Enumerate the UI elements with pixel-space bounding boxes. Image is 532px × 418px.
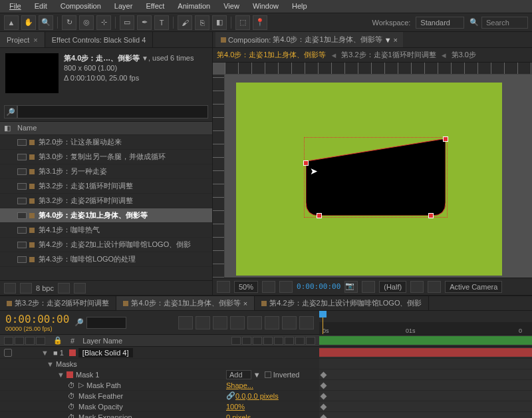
project-item[interactable]: 第4.1步：咖啡热气 [0, 223, 212, 238]
search-icon[interactable]: 🔎 [74, 318, 84, 327]
menu-effect[interactable]: Effect [139, 0, 171, 13]
rectangle-tool[interactable]: ▭ [120, 15, 134, 30]
menu-file[interactable]: File [3, 0, 28, 13]
zoom-select[interactable]: 50% [234, 281, 258, 293]
menu-window[interactable]: Window [246, 0, 285, 13]
stopwatch-icon[interactable]: ⏱ [68, 403, 76, 411]
layer-color[interactable] [69, 349, 76, 356]
flowchart-breadcrumb[interactable]: 第4.0步：走姿1加上身体、倒影等 ◄ 第3.2步：走姿1循环时间调整 ◄ 第3… [213, 48, 532, 63]
brainstorm-button[interactable] [265, 316, 279, 329]
vertex-handle[interactable] [317, 213, 322, 218]
project-item[interactable]: 第3.1步：另一种走姿 [0, 164, 212, 179]
draft-3d-button[interactable] [196, 316, 210, 329]
layer-duration-bar[interactable] [319, 348, 532, 357]
selection-tool[interactable]: ▲ [4, 15, 19, 30]
new-comp-button[interactable] [58, 283, 70, 294]
camera-tool[interactable]: ◎ [79, 15, 94, 30]
current-time-display[interactable]: 0:00:00:00 [5, 313, 69, 325]
search-input[interactable]: Search [481, 17, 528, 29]
av-features-columns[interactable] [4, 337, 45, 345]
magnification-icon[interactable] [217, 281, 230, 293]
keyframe-icon[interactable] [321, 372, 327, 379]
project-list[interactable]: 第2.0步：让这条腿动起来第3.0步：复制出另一条腿，并做成循环第3.1步：另一… [0, 135, 212, 280]
zoom-tool[interactable]: 🔍 [39, 15, 53, 30]
new-folder-button[interactable] [20, 283, 32, 294]
project-item[interactable]: 第3.2步：走姿2循环时间调整 [0, 194, 212, 208]
search-icon[interactable]: 🔍 [469, 18, 479, 27]
project-item[interactable]: 第3.2步：走姿1循环时间调整 [0, 179, 212, 194]
mask-path-value[interactable]: Shape... [226, 381, 253, 389]
keyframe-icon[interactable] [321, 415, 327, 418]
resolution-select[interactable]: (Half) [379, 281, 406, 293]
close-icon[interactable]: × [243, 300, 247, 308]
project-item[interactable]: 第3.0步：复制出另一条腿，并做成循环 [0, 150, 212, 164]
menu-view[interactable]: View [217, 0, 246, 13]
switches-columns[interactable] [231, 337, 315, 345]
playhead[interactable] [323, 311, 323, 334]
graph-editor-button[interactable] [299, 316, 314, 329]
menu-edit[interactable]: Edit [28, 0, 54, 13]
text-tool[interactable]: T [154, 15, 169, 30]
project-search-input[interactable] [17, 105, 208, 118]
mask-mode-select[interactable]: Add [226, 370, 251, 379]
keyframe-icon[interactable] [321, 393, 327, 400]
mask-feather-value[interactable]: 0.0,0.0 pixels [235, 392, 279, 400]
shy-button[interactable] [213, 316, 227, 329]
roi-button[interactable] [410, 281, 424, 293]
stopwatch-icon[interactable]: ⏱ [68, 392, 76, 400]
vertex-handle[interactable] [303, 160, 309, 166]
mask-expansion-value[interactable]: 0 pixels [226, 413, 251, 419]
time-ruler[interactable]: 0s 01s 0 [319, 311, 532, 334]
channel-button[interactable] [362, 281, 375, 293]
bpc-toggle[interactable]: 8 bpc [36, 284, 54, 292]
project-item[interactable]: 第2.0步：让这条腿动起来 [0, 135, 212, 150]
current-time[interactable]: 0:00:00:00 [297, 282, 340, 291]
keyframe-icon[interactable] [321, 404, 327, 411]
tab-project[interactable]: Project× [0, 32, 45, 47]
roto-tool[interactable]: ⬚ [235, 15, 250, 30]
project-item[interactable]: 第4.0步：走姿1加上身体、倒影等 [0, 208, 212, 223]
stopwatch-icon[interactable]: ⏱ [68, 381, 76, 389]
twirl-icon[interactable]: ▼ [47, 360, 53, 368]
menu-layer[interactable]: Layer [108, 0, 140, 13]
menu-help[interactable]: Help [285, 0, 314, 13]
snapshot-button[interactable]: 📷 [344, 281, 358, 293]
pen-tool[interactable]: ✒ [137, 15, 152, 30]
timeline-tab[interactable]: 第4.2步：走姿2加上设计师咖啡馆LOGO、倒影 [255, 296, 429, 310]
inverted-checkbox[interactable] [265, 371, 271, 378]
menu-animation[interactable]: Animation [171, 0, 217, 13]
interpret-footage-button[interactable] [4, 283, 16, 294]
type-column-icon[interactable]: ◧ [4, 124, 17, 132]
name-column[interactable]: Name [17, 124, 37, 132]
mask-opacity-value[interactable]: 100% [226, 403, 245, 411]
frame-blend-button[interactable] [230, 316, 245, 329]
brush-tool[interactable]: 🖌 [178, 15, 192, 30]
auto-keyframe-button[interactable] [282, 316, 297, 329]
vertex-handle[interactable] [428, 213, 434, 218]
mask-color-icon[interactable] [66, 371, 73, 378]
delete-button[interactable] [74, 283, 86, 294]
hand-tool[interactable]: ✋ [21, 15, 36, 30]
mask-shape[interactable]: ➤ [306, 139, 446, 216]
layer-search-input[interactable] [86, 317, 126, 329]
mask-name[interactable]: Mask 1 [76, 371, 99, 379]
grid-button[interactable] [262, 281, 275, 293]
stopwatch-icon[interactable]: ⏱ [68, 413, 76, 419]
project-item[interactable]: 第4.2步：走姿2加上设计师咖啡馆LOGO、倒影 [0, 238, 212, 252]
layer-name[interactable]: [Black Solid 4] [78, 348, 133, 357]
pan-behind-tool[interactable]: ⊹ [96, 15, 111, 30]
twirl-icon[interactable]: ▼ [41, 349, 48, 357]
close-icon[interactable]: × [33, 36, 37, 44]
keyframe-icon[interactable] [321, 383, 327, 389]
vertex-handle[interactable] [443, 136, 448, 142]
twirl-icon[interactable]: ▼ [57, 371, 64, 379]
motion-blur-button[interactable] [247, 316, 262, 329]
close-icon[interactable]: × [394, 36, 398, 44]
mask-toggle-button[interactable] [279, 281, 293, 293]
composition-canvas[interactable]: ➤ [236, 83, 502, 276]
project-item[interactable]: 第4.3步：咖啡馆LOGO的处理 [0, 252, 212, 267]
puppet-tool[interactable]: 📍 [253, 15, 267, 30]
clone-tool[interactable]: ⎘ [195, 15, 209, 30]
timeline-tab[interactable]: 第3.2步：走姿2循环时间调整 [0, 296, 116, 310]
workspace-select[interactable]: Standard [416, 17, 464, 29]
